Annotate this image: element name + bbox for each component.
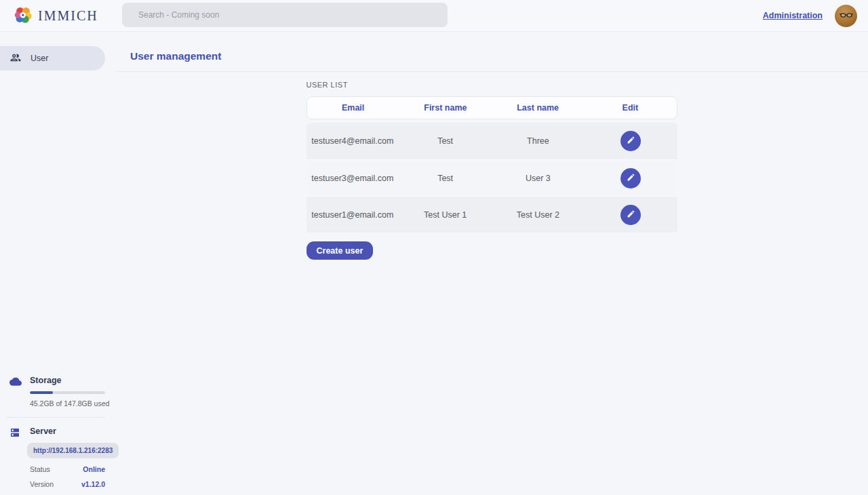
column-header-email: Email xyxy=(307,103,399,113)
version-value: v1.12.0 xyxy=(81,480,105,488)
sidebar-item-users[interactable]: User xyxy=(0,46,105,71)
edit-user-button[interactable] xyxy=(620,168,641,189)
server-title: Server xyxy=(30,427,105,436)
column-header-last-name: Last name xyxy=(492,103,584,113)
search-input[interactable] xyxy=(122,3,448,27)
immich-flower-logo-icon xyxy=(14,5,33,26)
cell-first-name: Test xyxy=(399,174,492,183)
cell-first-name: Test xyxy=(399,136,492,146)
storage-title: Storage xyxy=(30,376,105,385)
status-value: Online xyxy=(83,465,105,473)
column-header-first-name: First name xyxy=(399,103,492,113)
column-header-edit: Edit xyxy=(584,103,676,113)
cell-email: testuser1@email.com xyxy=(307,210,399,220)
people-icon xyxy=(9,52,22,66)
server-status-row: Status Online xyxy=(30,465,105,473)
administration-link[interactable]: Administration xyxy=(763,11,823,20)
top-header: IMMICH Administration xyxy=(0,0,868,32)
server-url-chip: http://192.168.1.216:2283 xyxy=(27,443,119,458)
brand-name: IMMICH xyxy=(38,8,98,24)
pencil-icon xyxy=(627,136,635,146)
server-version-row: Version v1.12.0 xyxy=(30,480,105,488)
version-label: Version xyxy=(30,480,54,488)
cell-last-name: User 3 xyxy=(492,174,585,183)
user-avatar[interactable] xyxy=(835,5,857,27)
storage-progress-fill xyxy=(30,391,53,394)
pencil-icon xyxy=(627,173,635,184)
admin-sidebar: User Storage 45.2GB of 147.8GB used xyxy=(0,32,115,495)
page-title-bar: User management xyxy=(115,32,868,72)
storage-progress-bar xyxy=(30,391,105,394)
page-title: User management xyxy=(130,50,221,62)
sidebar-divider xyxy=(7,417,105,418)
brand-home-link[interactable]: IMMICH xyxy=(0,5,98,26)
cell-email: testuser4@email.com xyxy=(307,136,399,146)
cell-last-name: Three xyxy=(492,136,585,146)
pencil-icon xyxy=(627,210,635,220)
cell-last-name: Test User 2 xyxy=(492,210,585,220)
user-table-header: Email First name Last name Edit xyxy=(307,96,677,119)
table-row: testuser1@email.com Test User 1 Test Use… xyxy=(307,196,677,233)
cell-email: testuser3@email.com xyxy=(307,174,399,183)
sidebar-item-label: User xyxy=(31,54,48,63)
main-content: User management USER LIST Email First na… xyxy=(115,32,868,495)
edit-user-button[interactable] xyxy=(620,131,641,151)
cell-first-name: Test User 1 xyxy=(399,210,492,220)
edit-user-button[interactable] xyxy=(620,205,641,225)
server-icon xyxy=(9,427,30,488)
user-list-label: USER LIST xyxy=(307,81,677,89)
create-user-button[interactable]: Create user xyxy=(307,241,374,260)
table-row: testuser3@email.com Test User 3 xyxy=(307,159,677,196)
cloud-icon xyxy=(9,376,30,408)
user-table-body: testuser4@email.com Test Three xyxy=(307,123,677,233)
storage-panel: Storage 45.2GB of 147.8GB used xyxy=(0,376,115,408)
glasses-avatar-icon xyxy=(838,7,854,25)
status-label: Status xyxy=(30,465,50,473)
server-panel: Server http://192.168.1.216:2283 Status … xyxy=(0,427,115,488)
table-row: testuser4@email.com Test Three xyxy=(307,123,677,159)
storage-usage-text: 45.2GB of 147.8GB used xyxy=(30,399,105,408)
